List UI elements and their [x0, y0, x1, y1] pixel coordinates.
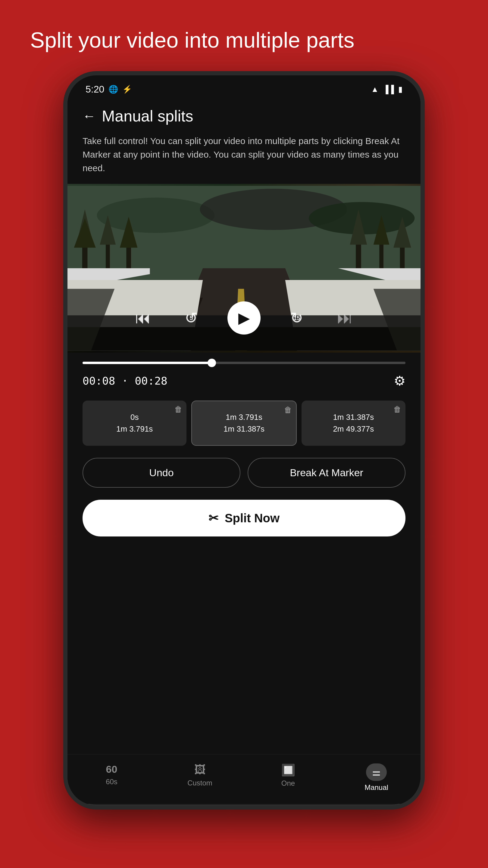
video-player[interactable]: ⏮ ↺ 5 ▶ ↻ 15 ⏭ — [67, 184, 421, 352]
scissors-icon: ✂ — [208, 511, 219, 525]
segment-3-delete[interactable]: 🗑 — [393, 405, 401, 414]
time-display: 00:08 · 00:28 ⚙ — [67, 367, 421, 395]
segment-2[interactable]: 🗑 1m 3.791s1m 31.387s — [191, 401, 296, 446]
split-now-container: ✂ Split Now — [67, 494, 421, 542]
skip-to-start-button[interactable]: ⏮ — [131, 306, 155, 330]
svg-point-1 — [97, 198, 215, 233]
segment-1-delete[interactable]: 🗑 — [174, 405, 182, 414]
split-now-label: Split Now — [225, 512, 280, 525]
nav-item-60s[interactable]: 60 60s — [67, 761, 156, 795]
nav-icon-manual: ⚌ — [372, 767, 381, 778]
screen-title: Manual splits — [102, 107, 193, 125]
segment-1-text: 0s1m 3.791s — [116, 411, 153, 435]
page-title: Split your video into multiple parts — [0, 27, 355, 53]
phone-frame: 5:20 🌐 ⚡ ▲ ▐▐ ▮ ← Manual splits Take ful… — [63, 71, 425, 809]
status-time: 5:20 — [86, 84, 104, 95]
play-pause-button[interactable]: ▶ — [227, 301, 261, 335]
nav-label-one: One — [281, 779, 295, 787]
carrier-icon: ⚡ — [122, 85, 132, 94]
nav-item-one[interactable]: 🔲 One — [244, 761, 332, 795]
nav-label-custom: Custom — [187, 779, 213, 787]
break-at-marker-button[interactable]: Break At Marker — [248, 458, 405, 488]
segment-3[interactable]: 🗑 1m 31.387s2m 49.377s — [301, 401, 405, 446]
nav-icon-60s: 60 — [106, 764, 118, 775]
segment-2-text: 1m 3.791s1m 31.387s — [224, 411, 264, 435]
description-text: Take full control! You can split your vi… — [67, 131, 421, 184]
progress-bar[interactable] — [83, 362, 405, 364]
current-time: 00:08 · 00:28 — [83, 375, 167, 387]
nav-item-manual[interactable]: ⚌ Manual — [332, 761, 421, 795]
progress-thumb[interactable] — [207, 359, 216, 367]
segment-3-text: 1m 31.387s2m 49.377s — [333, 411, 374, 435]
bottom-nav: 60 60s 🖼 Custom 🔲 One ⚌ Manual — [67, 754, 421, 804]
progress-fill — [83, 362, 212, 364]
nav-icon-custom: 🖼 — [194, 764, 206, 776]
screen: ← Manual splits Take full control! You c… — [67, 98, 421, 804]
split-now-button[interactable]: ✂ Split Now — [83, 500, 405, 536]
settings-button[interactable]: ⚙ — [394, 373, 405, 389]
network-icon: ▐▐ — [383, 85, 394, 94]
battery-icon: ▮ — [398, 85, 402, 94]
back-button[interactable]: ← — [83, 108, 96, 124]
nav-label-manual: Manual — [364, 783, 388, 792]
signal-icon: 🌐 — [108, 85, 118, 94]
video-controls: ⏮ ↺ 5 ▶ ↻ 15 ⏭ — [67, 301, 421, 335]
skip-to-end-button[interactable]: ⏭ — [333, 306, 357, 330]
segment-2-delete[interactable]: 🗑 — [284, 405, 292, 415]
forward-15s-button[interactable]: ↻ 15 — [285, 306, 309, 330]
nav-item-custom[interactable]: 🖼 Custom — [156, 761, 244, 795]
progress-container[interactable] — [67, 352, 421, 367]
undo-button[interactable]: Undo — [83, 458, 240, 488]
screen-header: ← Manual splits — [67, 98, 421, 131]
wifi-icon: ▲ — [371, 85, 379, 94]
action-buttons: Undo Break At Marker — [67, 452, 421, 494]
segment-1[interactable]: 🗑 0s1m 3.791s — [83, 401, 187, 446]
segments-container: 🗑 0s1m 3.791s 🗑 1m 3.791s1m 31.387s 🗑 1m… — [67, 395, 421, 452]
nav-label-60s: 60s — [106, 778, 118, 786]
nav-icon-one: 🔲 — [281, 764, 295, 777]
rewind-5s-button[interactable]: ↺ 5 — [179, 306, 203, 330]
